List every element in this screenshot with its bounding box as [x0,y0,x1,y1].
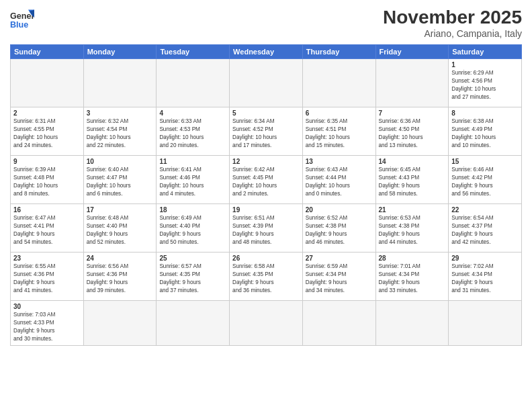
day-number: 30 [13,303,81,310]
weekday-header-saturday: Saturday [449,45,522,59]
calendar-cell [83,301,157,346]
day-number: 12 [232,158,300,165]
calendar: SundayMondayTuesdayWednesdayThursdayFrid… [10,44,522,346]
day-info: Sunrise: 6:29 AM Sunset: 4:56 PM Dayligh… [451,69,519,101]
day-info: Sunrise: 6:39 AM Sunset: 4:48 PM Dayligh… [13,166,81,198]
calendar-cell: 2Sunrise: 6:31 AM Sunset: 4:55 PM Daylig… [11,107,84,156]
day-number: 28 [379,255,446,262]
calendar-cell: 13Sunrise: 6:43 AM Sunset: 4:44 PM Dayli… [302,156,375,204]
day-info: Sunrise: 6:57 AM Sunset: 4:35 PM Dayligh… [159,263,226,295]
calendar-cell [375,301,449,346]
calendar-row-0: 1Sunrise: 6:29 AM Sunset: 4:56 PM Daylig… [11,59,522,107]
calendar-cell [302,301,375,346]
title-block: November 2025 Ariano, Campania, Italy [383,7,522,39]
month-title: November 2025 [383,7,522,28]
day-number: 6 [306,109,373,117]
day-info: Sunrise: 6:33 AM Sunset: 4:53 PM Dayligh… [159,118,226,150]
day-info: Sunrise: 6:49 AM Sunset: 4:40 PM Dayligh… [159,214,226,246]
calendar-cell: 29Sunrise: 7:02 AM Sunset: 4:34 PM Dayli… [449,253,522,301]
calendar-cell [449,301,522,346]
day-info: Sunrise: 6:40 AM Sunset: 4:47 PM Dayligh… [87,166,154,198]
header: General Blue November 2025 Ariano, Campa… [10,7,522,39]
calendar-cell: 26Sunrise: 6:58 AM Sunset: 4:35 PM Dayli… [230,253,303,301]
calendar-cell: 17Sunrise: 6:48 AM Sunset: 4:40 PM Dayli… [83,204,157,253]
day-number: 14 [379,158,446,165]
day-info: Sunrise: 6:41 AM Sunset: 4:46 PM Dayligh… [159,166,226,198]
day-number: 20 [306,206,373,214]
weekday-header-thursday: Thursday [302,45,375,59]
day-info: Sunrise: 6:53 AM Sunset: 4:38 PM Dayligh… [379,214,446,246]
weekday-header-monday: Monday [83,45,157,59]
calendar-cell: 21Sunrise: 6:53 AM Sunset: 4:38 PM Dayli… [375,204,449,253]
day-number: 18 [159,206,226,214]
day-info: Sunrise: 7:03 AM Sunset: 4:33 PM Dayligh… [13,311,81,343]
logo-icon: General Blue [10,7,34,31]
day-number: 17 [87,206,154,214]
day-number: 4 [159,109,226,117]
day-info: Sunrise: 6:56 AM Sunset: 4:36 PM Dayligh… [87,263,154,295]
calendar-cell [11,59,84,107]
page: General Blue November 2025 Ariano, Campa… [0,0,532,411]
day-info: Sunrise: 7:02 AM Sunset: 4:34 PM Dayligh… [451,263,519,295]
weekday-header-wednesday: Wednesday [230,45,303,59]
calendar-cell: 11Sunrise: 6:41 AM Sunset: 4:46 PM Dayli… [157,156,230,204]
day-number: 22 [451,206,519,214]
day-info: Sunrise: 6:32 AM Sunset: 4:54 PM Dayligh… [87,118,154,150]
calendar-cell: 3Sunrise: 6:32 AM Sunset: 4:54 PM Daylig… [83,107,157,156]
day-info: Sunrise: 6:58 AM Sunset: 4:35 PM Dayligh… [232,263,300,295]
calendar-cell: 24Sunrise: 6:56 AM Sunset: 4:36 PM Dayli… [83,253,157,301]
day-info: Sunrise: 7:01 AM Sunset: 4:34 PM Dayligh… [379,263,446,295]
calendar-cell: 15Sunrise: 6:46 AM Sunset: 4:42 PM Dayli… [449,156,522,204]
calendar-cell [83,59,157,107]
day-info: Sunrise: 6:47 AM Sunset: 4:41 PM Dayligh… [13,214,81,246]
calendar-cell: 20Sunrise: 6:52 AM Sunset: 4:38 PM Dayli… [302,204,375,253]
calendar-row-3: 16Sunrise: 6:47 AM Sunset: 4:41 PM Dayli… [11,204,522,253]
calendar-cell: 5Sunrise: 6:34 AM Sunset: 4:52 PM Daylig… [230,107,303,156]
calendar-row-2: 9Sunrise: 6:39 AM Sunset: 4:48 PM Daylig… [11,156,522,204]
day-number: 5 [232,109,300,117]
day-number: 26 [232,255,300,262]
day-info: Sunrise: 6:51 AM Sunset: 4:39 PM Dayligh… [232,214,300,246]
day-number: 1 [451,61,519,68]
day-number: 9 [13,158,81,165]
day-number: 2 [13,109,81,117]
weekday-header-tuesday: Tuesday [157,45,230,59]
day-info: Sunrise: 6:59 AM Sunset: 4:34 PM Dayligh… [306,263,373,295]
calendar-cell: 28Sunrise: 7:01 AM Sunset: 4:34 PM Dayli… [375,253,449,301]
calendar-cell: 14Sunrise: 6:45 AM Sunset: 4:43 PM Dayli… [375,156,449,204]
calendar-cell: 27Sunrise: 6:59 AM Sunset: 4:34 PM Dayli… [302,253,375,301]
day-number: 11 [159,158,226,165]
day-number: 23 [13,255,81,262]
calendar-cell: 9Sunrise: 6:39 AM Sunset: 4:48 PM Daylig… [11,156,84,204]
calendar-cell: 8Sunrise: 6:38 AM Sunset: 4:49 PM Daylig… [449,107,522,156]
calendar-cell: 10Sunrise: 6:40 AM Sunset: 4:47 PM Dayli… [83,156,157,204]
day-info: Sunrise: 6:43 AM Sunset: 4:44 PM Dayligh… [306,166,373,198]
calendar-cell: 18Sunrise: 6:49 AM Sunset: 4:40 PM Dayli… [157,204,230,253]
day-number: 25 [159,255,226,262]
day-info: Sunrise: 6:54 AM Sunset: 4:37 PM Dayligh… [451,214,519,246]
calendar-cell: 1Sunrise: 6:29 AM Sunset: 4:56 PM Daylig… [449,59,522,107]
calendar-cell [157,59,230,107]
day-number: 13 [306,158,373,165]
day-number: 21 [379,206,446,214]
calendar-cell: 19Sunrise: 6:51 AM Sunset: 4:39 PM Dayli… [230,204,303,253]
calendar-cell: 12Sunrise: 6:42 AM Sunset: 4:45 PM Dayli… [230,156,303,204]
day-info: Sunrise: 6:42 AM Sunset: 4:45 PM Dayligh… [232,166,300,198]
day-info: Sunrise: 6:48 AM Sunset: 4:40 PM Dayligh… [87,214,154,246]
day-info: Sunrise: 6:35 AM Sunset: 4:51 PM Dayligh… [306,118,373,150]
day-number: 27 [306,255,373,262]
calendar-cell [230,59,303,107]
day-number: 16 [13,206,81,214]
day-info: Sunrise: 6:55 AM Sunset: 4:36 PM Dayligh… [13,263,81,295]
day-number: 7 [379,109,446,117]
logo: General Blue [10,7,34,31]
day-number: 10 [87,158,154,165]
day-info: Sunrise: 6:52 AM Sunset: 4:38 PM Dayligh… [306,214,373,246]
calendar-cell [302,59,375,107]
svg-text:Blue: Blue [10,20,28,30]
day-number: 3 [87,109,154,117]
day-info: Sunrise: 6:34 AM Sunset: 4:52 PM Dayligh… [232,118,300,150]
calendar-row-5: 30Sunrise: 7:03 AM Sunset: 4:33 PM Dayli… [11,301,522,346]
calendar-cell: 22Sunrise: 6:54 AM Sunset: 4:37 PM Dayli… [449,204,522,253]
weekday-header-sunday: Sunday [11,45,84,59]
